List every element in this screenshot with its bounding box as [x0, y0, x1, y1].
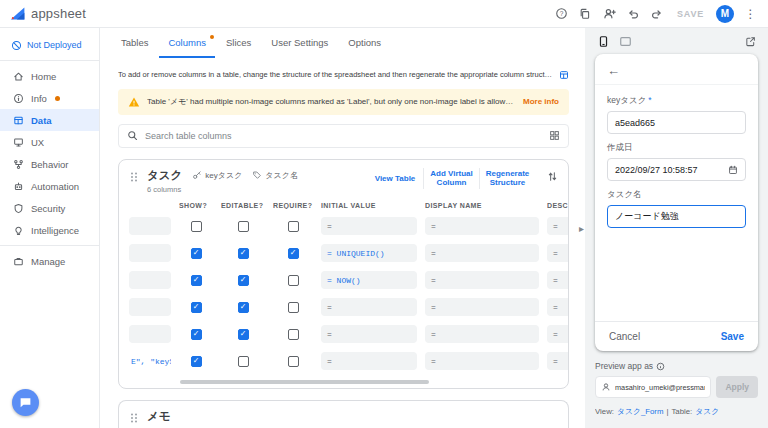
search-table-columns[interactable]: Search table columns: [118, 124, 569, 148]
display-name-input[interactable]: =: [425, 271, 539, 289]
table-view-toggle-icon[interactable]: [549, 130, 560, 141]
add-virtual-column-button[interactable]: Add Virtual Column: [423, 168, 479, 189]
back-button[interactable]: ←: [607, 63, 620, 78]
editable-checkbox[interactable]: [238, 302, 249, 313]
show-checkbox[interactable]: [191, 248, 202, 259]
drag-handle-icon[interactable]: [129, 412, 139, 424]
description-input[interactable]: =: [547, 271, 569, 289]
initial-value-input[interactable]: =: [321, 298, 417, 316]
require-checkbox[interactable]: [288, 356, 299, 367]
phone-preview-button[interactable]: [597, 35, 610, 48]
open-in-new-icon[interactable]: [745, 36, 756, 47]
sidebar-item-manage[interactable]: Manage: [0, 250, 99, 272]
display-name-input[interactable]: =: [425, 352, 539, 370]
panel-collapse-chevron[interactable]: ▸: [579, 224, 584, 234]
tab-columns[interactable]: Columns: [159, 28, 215, 58]
display-name-input[interactable]: =: [425, 217, 539, 235]
sidebar-item-ux[interactable]: UX: [0, 131, 99, 153]
initial-value-input[interactable]: = UNIQUEID(): [321, 244, 417, 262]
sidebar-item-data[interactable]: Data: [0, 109, 99, 131]
column-name-input[interactable]: [129, 325, 171, 343]
cancel-button[interactable]: Cancel: [609, 331, 640, 342]
display-name-input[interactable]: =: [425, 244, 539, 262]
tablet-preview-button[interactable]: [619, 35, 632, 48]
initial-value-input[interactable]: =: [321, 217, 417, 235]
apply-button[interactable]: Apply: [716, 376, 758, 398]
column-header: DISPLAY NAME: [425, 202, 547, 209]
table-row: ===: [119, 321, 568, 348]
view-link[interactable]: タスク_Form: [617, 406, 663, 417]
show-checkbox[interactable]: [191, 329, 202, 340]
regenerate-structure-button[interactable]: Regenerate Structure: [479, 168, 535, 189]
warning-icon: [128, 96, 140, 108]
editable-checkbox[interactable]: [238, 221, 249, 232]
sidebar-item-home[interactable]: Home: [0, 65, 99, 87]
description-input[interactable]: =: [547, 325, 569, 343]
calendar-icon[interactable]: [728, 165, 738, 175]
scrollbar-thumb[interactable]: [180, 380, 429, 384]
description-input[interactable]: =: [547, 217, 569, 235]
sidebar-divider: [0, 245, 99, 246]
info-icon[interactable]: [656, 362, 665, 371]
show-checkbox[interactable]: [191, 302, 202, 313]
editable-checkbox[interactable]: [238, 329, 249, 340]
tab-options[interactable]: Options: [339, 28, 390, 58]
initial-value-input[interactable]: = NOW(): [321, 271, 417, 289]
column-name-input[interactable]: [129, 271, 171, 289]
save-button[interactable]: SAVE: [677, 9, 704, 19]
editable-checkbox[interactable]: [238, 275, 249, 286]
tab-tables[interactable]: Tables: [112, 28, 157, 58]
column-name-input[interactable]: [129, 244, 171, 262]
avatar[interactable]: M: [716, 5, 734, 23]
drag-handle-icon[interactable]: [129, 171, 139, 183]
sidebar-item-security[interactable]: Security: [0, 197, 99, 219]
require-checkbox[interactable]: [288, 329, 299, 340]
appsheet-logo[interactable]: appsheet: [10, 6, 86, 21]
editable-checkbox[interactable]: [238, 248, 249, 259]
editable-checkbox[interactable]: [238, 356, 249, 367]
show-checkbox[interactable]: [191, 275, 202, 286]
copy-icon[interactable]: [578, 6, 593, 21]
column-name-input[interactable]: [129, 217, 171, 235]
require-checkbox[interactable]: [288, 248, 299, 259]
initial-value-input[interactable]: =: [321, 352, 417, 370]
form-save-button[interactable]: Save: [721, 331, 744, 342]
column-name-input[interactable]: E", "key$: [129, 352, 171, 370]
preview-user-input[interactable]: masahiro_umeki@pressman.ne.jp: [595, 376, 711, 398]
require-checkbox[interactable]: [288, 275, 299, 286]
column-name-input[interactable]: [129, 298, 171, 316]
sidebar-item-behavior[interactable]: Behavior: [0, 153, 99, 175]
deploy-status[interactable]: Not Deployed: [0, 34, 99, 56]
show-checkbox[interactable]: [191, 221, 202, 232]
sidebar-item-intelligence[interactable]: Intelligence: [0, 219, 99, 241]
require-checkbox[interactable]: [288, 302, 299, 313]
require-checkbox[interactable]: [288, 221, 299, 232]
view-table-button[interactable]: View Table: [367, 173, 423, 185]
field-input-1[interactable]: 2022/09/27 10:58:57: [607, 158, 746, 181]
field-input-0[interactable]: a5ead665: [607, 111, 746, 134]
show-checkbox[interactable]: [191, 356, 202, 367]
more-menu-icon[interactable]: ⋮: [743, 6, 758, 21]
description-input[interactable]: =: [547, 298, 569, 316]
table-link[interactable]: タスク: [695, 406, 719, 417]
sidebar-item-automation[interactable]: Automation: [0, 175, 99, 197]
display-name-input[interactable]: =: [425, 298, 539, 316]
field-input-2[interactable]: ノーコード勉強: [607, 205, 746, 228]
tab-slices[interactable]: Slices: [217, 28, 260, 58]
redo-icon[interactable]: [650, 6, 665, 21]
tab-user-settings[interactable]: User Settings: [262, 28, 337, 58]
more-info-link[interactable]: More info: [523, 97, 559, 106]
description-input[interactable]: =: [547, 244, 569, 262]
sidebar-item-info[interactable]: Info: [0, 87, 99, 109]
invite-user-icon[interactable]: [602, 6, 617, 21]
chat-fab[interactable]: [12, 389, 39, 416]
table-row: = NOW()==: [119, 267, 568, 294]
description-input[interactable]: =: [547, 352, 569, 370]
display-name-input[interactable]: =: [425, 325, 539, 343]
sort-columns-icon[interactable]: [547, 171, 558, 182]
logo-text: appsheet: [31, 6, 86, 21]
help-icon[interactable]: ?: [554, 6, 569, 21]
undo-icon[interactable]: [626, 6, 641, 21]
initial-value-input[interactable]: =: [321, 325, 417, 343]
horizontal-scrollbar[interactable]: [129, 378, 558, 387]
